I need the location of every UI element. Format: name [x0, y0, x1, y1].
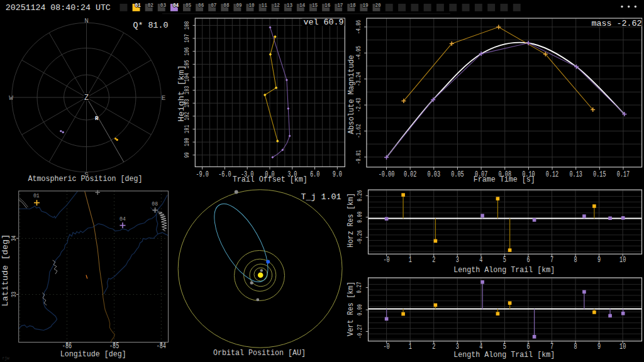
svg-text:-0.00: -0.00: [379, 170, 395, 179]
svg-text:10: 10: [249, 3, 255, 9]
svg-text:9: 9: [597, 256, 601, 265]
svg-text:-0.26: -0.26: [356, 230, 364, 244]
svg-text:08: 08: [223, 3, 229, 9]
svg-text:-84: -84: [157, 342, 166, 351]
svg-text:mass -2.62: mass -2.62: [592, 19, 642, 28]
svg-text:Length Along Trail [km]: Length Along Trail [km]: [453, 266, 555, 275]
svg-text:E: E: [162, 94, 166, 102]
svg-text:34: 34: [10, 235, 18, 241]
svg-text:07: 07: [211, 3, 216, 9]
svg-text:01: 01: [135, 3, 141, 9]
svg-text:11: 11: [262, 3, 267, 9]
svg-text:0.00: 0.00: [356, 212, 364, 223]
svg-text:01: 01: [33, 193, 40, 199]
svg-text:Latitude [deg]: Latitude [deg]: [1, 234, 10, 307]
svg-text:15: 15: [312, 3, 318, 9]
svg-text:0.12: 0.12: [546, 170, 558, 179]
svg-text:04: 04: [119, 216, 126, 222]
svg-text:04: 04: [173, 3, 179, 9]
svg-text:Vert Res [km]: Vert Res [km]: [347, 282, 355, 336]
svg-text:17: 17: [337, 3, 343, 9]
svg-text:8: 8: [574, 343, 577, 351]
svg-text:10: 10: [619, 256, 626, 265]
svg-text:09: 09: [236, 3, 242, 9]
svg-text:3: 3: [456, 256, 459, 265]
svg-text:Height [km]: Height [km]: [177, 65, 186, 121]
svg-text:12: 12: [274, 3, 280, 9]
svg-text:33: 33: [10, 292, 18, 297]
svg-text:05: 05: [186, 3, 191, 9]
svg-text:20251124 08:40:24 UTC: 20251124 08:40:24 UTC: [6, 3, 111, 13]
svg-text:7: 7: [550, 256, 553, 265]
svg-text:0.27: 0.27: [356, 282, 364, 293]
svg-text:08: 08: [152, 201, 158, 207]
svg-text:4: 4: [479, 343, 482, 351]
svg-text:W: W: [9, 94, 13, 102]
svg-text:14: 14: [299, 3, 305, 9]
svg-text:2: 2: [432, 343, 435, 351]
svg-text:9: 9: [597, 343, 601, 351]
svg-text:2: 2: [432, 256, 435, 265]
svg-text:-6.0: -6.0: [218, 170, 231, 179]
svg-text:6.0: 6.0: [310, 170, 319, 179]
svg-text:0.03: 0.03: [428, 170, 440, 179]
svg-text:3: 3: [456, 343, 459, 351]
svg-text:03: 03: [160, 3, 166, 9]
svg-text:20: 20: [375, 3, 381, 9]
svg-text:10: 10: [619, 343, 626, 351]
svg-text:7: 7: [550, 343, 553, 351]
svg-text:107: 107: [183, 34, 191, 43]
svg-text:Frame Time [s]: Frame Time [s]: [474, 175, 535, 184]
svg-text:1: 1: [409, 343, 412, 351]
svg-text:108: 108: [183, 21, 191, 30]
svg-text:1: 1: [409, 256, 412, 265]
svg-text:9.0: 9.0: [333, 170, 342, 179]
svg-text:106: 106: [183, 47, 191, 56]
svg-text:-4.86: -4.86: [355, 20, 362, 35]
svg-text:8: 8: [574, 256, 577, 265]
svg-text:19: 19: [362, 3, 368, 9]
svg-text:Z: Z: [84, 94, 89, 102]
svg-text:100: 100: [183, 138, 191, 146]
svg-text:Atmospheric Position [deg]: Atmospheric Position [deg]: [28, 175, 143, 184]
svg-text:Q* 81.0: Q* 81.0: [133, 21, 169, 30]
svg-text:-86: -86: [62, 342, 72, 351]
svg-text:0.17: 0.17: [617, 170, 630, 179]
svg-text:06: 06: [198, 3, 204, 9]
svg-text:Length Along Trail [km]: Length Along Trail [km]: [453, 351, 555, 359]
svg-text:rjw: rjw: [3, 356, 9, 361]
svg-text:0.00: 0.00: [356, 304, 364, 315]
svg-text:Absolute Magnitude: Absolute Magnitude: [347, 55, 356, 134]
svg-text:Orbital Position [AU]: Orbital Position [AU]: [213, 349, 306, 358]
svg-text:R: R: [95, 116, 99, 122]
svg-text:99: 99: [183, 152, 191, 158]
svg-text:13: 13: [287, 3, 292, 9]
svg-text:-9.0: -9.0: [196, 170, 208, 179]
svg-text:N: N: [84, 17, 89, 25]
svg-text:Longitude [deg]: Longitude [deg]: [60, 350, 126, 359]
svg-text:0.02: 0.02: [404, 170, 416, 179]
svg-text:0.26: 0.26: [356, 190, 364, 202]
svg-text:5: 5: [503, 343, 506, 351]
svg-text:0.13: 0.13: [570, 170, 582, 179]
svg-text:-85: -85: [109, 342, 119, 351]
svg-text:6: 6: [526, 343, 530, 351]
svg-text:18: 18: [350, 3, 355, 9]
svg-text:5: 5: [503, 256, 506, 265]
svg-text:0.05: 0.05: [451, 170, 464, 179]
svg-text:02: 02: [148, 3, 153, 9]
svg-text:Horz Res [km]: Horz Res [km]: [347, 193, 355, 248]
svg-text:0.15: 0.15: [593, 170, 606, 179]
svg-text:vel 60.9: vel 60.9: [304, 18, 344, 27]
svg-text:6: 6: [526, 256, 530, 265]
svg-text:-0: -0: [384, 256, 390, 265]
svg-text:16: 16: [325, 3, 330, 9]
svg-text:101: 101: [183, 124, 191, 133]
svg-text:4: 4: [479, 256, 482, 265]
svg-text:-0.81: -0.81: [355, 150, 362, 164]
svg-text:-0: -0: [384, 343, 390, 351]
svg-text:Trail Offset [km]: Trail Offset [km]: [233, 175, 308, 184]
svg-text:-0.27: -0.27: [356, 324, 364, 339]
svg-text:T_j 1.01: T_j 1.01: [301, 192, 341, 202]
